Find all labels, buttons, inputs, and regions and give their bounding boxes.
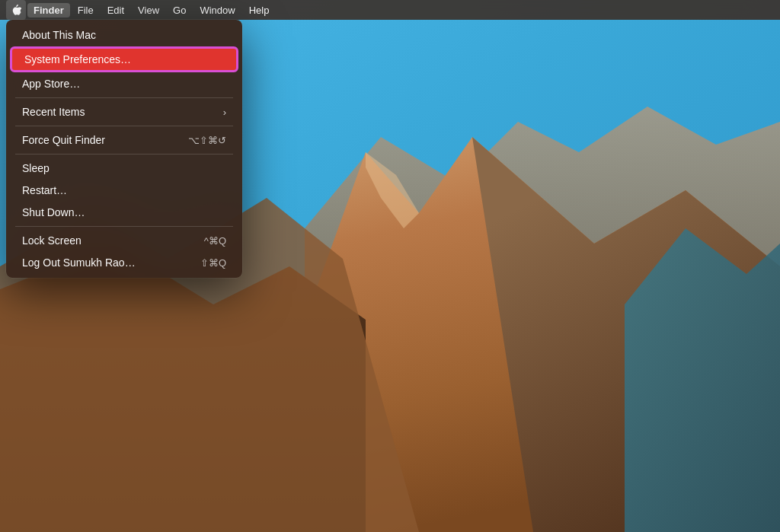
menu-item-shortcut: ⇧⌘Q [200,257,226,269]
menu-separator [15,126,233,126]
menu-item-label: Lock Screen [22,234,82,247]
menubar: FinderFileEditViewGoWindowHelp [0,0,780,20]
menu-item-sleep[interactable]: Sleep [10,158,238,179]
menu-item-label: Restart… [22,184,67,196]
menu-item-label: Sleep [22,162,50,174]
menu-item-label: Recent Items [22,106,85,118]
chevron-right-icon: › [223,107,226,118]
menubar-item-window[interactable]: Window [193,3,241,18]
menubar-item-view[interactable]: View [132,3,165,18]
apple-menu-button[interactable] [6,0,26,20]
menubar-item-file[interactable]: File [72,3,100,18]
menu-item-about[interactable]: About This Mac [10,24,238,46]
menubar-items: FinderFileEditViewGoWindowHelp [27,3,275,18]
menu-item-system_prefs[interactable]: System Preferences… [10,46,238,72]
menubar-item-edit[interactable]: Edit [101,3,130,18]
menu-item-restart[interactable]: Restart… [10,180,238,201]
menu-item-label: Shut Down… [22,206,85,218]
menubar-item-help[interactable]: Help [243,3,276,18]
menu-separator [15,97,233,98]
menu-item-label: About This Mac [22,29,96,41]
menu-item-app_store[interactable]: App Store… [10,73,238,94]
menu-item-force_quit[interactable]: Force Quit Finder⌥⇧⌘↺ [10,129,238,151]
menu-item-shortcut: ⌥⇧⌘↺ [188,135,226,146]
menu-item-recent_items[interactable]: Recent Items› [10,101,238,123]
menu-separator [15,226,233,227]
menu-item-shortcut: ^⌘Q [204,235,226,247]
apple-menu-dropdown: About This MacSystem Preferences…App Sto… [6,20,242,278]
menubar-item-finder[interactable]: Finder [27,3,70,18]
menu-item-logout[interactable]: Log Out Sumukh Rao…⇧⌘Q [10,252,238,273]
menu-item-label: Log Out Sumukh Rao… [22,256,136,269]
menu-separator [15,154,233,155]
menu-item-shutdown[interactable]: Shut Down… [10,202,238,223]
menu-item-label: System Preferences… [24,53,131,65]
menu-item-lock_screen[interactable]: Lock Screen^⌘Q [10,230,238,251]
menu-item-label: Force Quit Finder [22,134,105,146]
menu-item-label: App Store… [22,78,80,90]
menubar-item-go[interactable]: Go [167,3,192,18]
